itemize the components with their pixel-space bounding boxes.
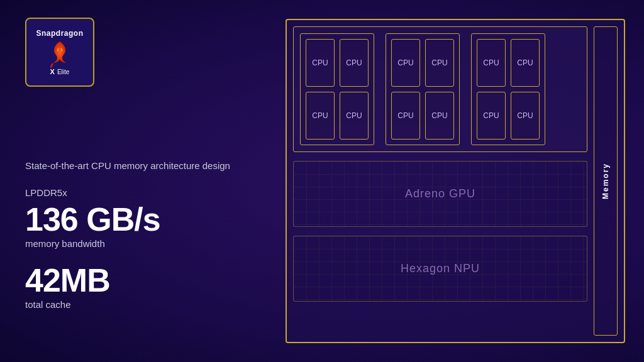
memory-label: Memory [601, 163, 610, 199]
cpu-group-3: CPU CPU CPU CPU [471, 33, 545, 145]
npu-area: Hexagon NPU [293, 236, 587, 302]
cpu-core-5: CPU [391, 39, 420, 87]
cpu-core-1: CPU [306, 39, 335, 87]
memory-bar: Memory [594, 26, 618, 336]
cpu-core-9: CPU [477, 39, 506, 87]
gpu-grid [294, 162, 587, 226]
chip-diagram: CPU CPU CPU CPU CPU CPU CPU CPU CPU CPU … [286, 19, 625, 343]
cpu-group-1: CPU CPU CPU CPU [300, 33, 374, 145]
cpu-core-3: CPU [306, 92, 335, 140]
gpu-area: Adreno GPU [293, 161, 587, 227]
memory-type-label: LPDDR5x [25, 187, 239, 198]
cpu-core-12: CPU [511, 92, 540, 140]
bandwidth-value: 136 GB/s [25, 203, 239, 236]
cpu-core-8: CPU [425, 92, 454, 140]
cpu-group-2: CPU CPU CPU CPU [386, 33, 460, 145]
description-text: State-of-the-art CPU memory architecture… [25, 159, 239, 173]
cpu-core-2: CPU [340, 39, 369, 87]
cache-value: 42MB [25, 264, 239, 297]
cpu-core-10: CPU [511, 39, 540, 87]
cpu-core-6: CPU [425, 39, 454, 87]
cpu-core-7: CPU [391, 92, 420, 140]
info-section: State-of-the-art CPU memory architecture… [25, 159, 239, 310]
cache-label: total cache [25, 299, 239, 310]
cpu-core-4: CPU [340, 92, 369, 140]
left-panel: State-of-the-art CPU memory architecture… [25, 0, 239, 362]
bandwidth-label: memory bandwidth [25, 238, 239, 249]
npu-grid [294, 236, 587, 301]
cpu-core-11: CPU [477, 92, 506, 140]
cpu-area: CPU CPU CPU CPU CPU CPU CPU CPU CPU CPU … [293, 26, 587, 152]
